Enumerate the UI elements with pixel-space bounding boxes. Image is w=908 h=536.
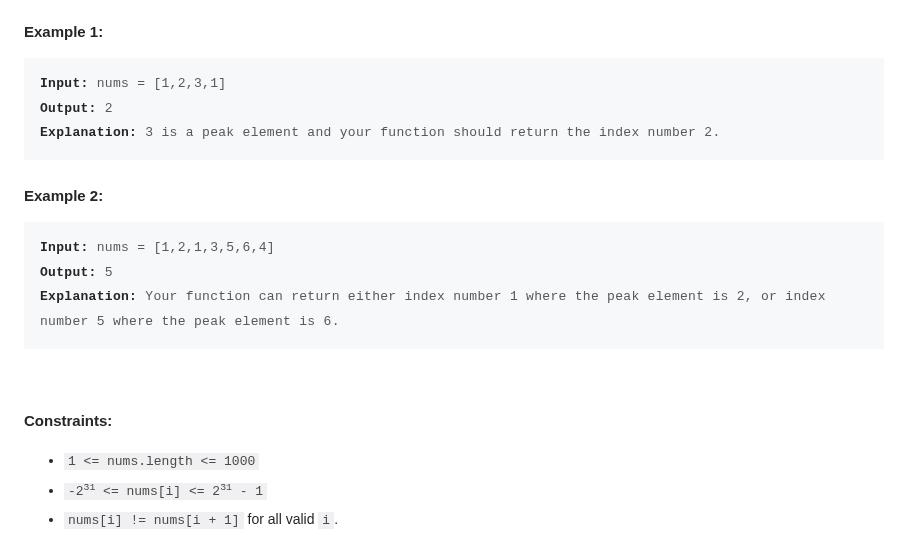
example-2-section: Example 2: Input: nums = [1,2,1,3,5,6,4]… [24, 184, 884, 349]
constraint-item-1: 1 <= nums.length <= 1000 [64, 449, 884, 473]
constraints-list: 1 <= nums.length <= 1000 -231 <= nums[i]… [24, 449, 884, 532]
example-1-code-block: Input: nums = [1,2,3,1] Output: 2 Explan… [24, 58, 884, 160]
example-2-heading: Example 2: [24, 184, 884, 208]
input-value: nums = [1,2,3,1] [89, 76, 227, 91]
explanation-value: Your function can return either index nu… [40, 289, 826, 329]
constraints-heading: Constraints: [24, 409, 884, 433]
example-2-input-line: Input: nums = [1,2,1,3,5,6,4] [40, 236, 868, 261]
input-value: nums = [1,2,1,3,5,6,4] [89, 240, 275, 255]
example-1-heading: Example 1: [24, 20, 884, 44]
example-2-code-block: Input: nums = [1,2,1,3,5,6,4] Output: 5 … [24, 222, 884, 349]
example-1-output-line: Output: 2 [40, 97, 868, 122]
output-value: 5 [97, 265, 113, 280]
constraint-item-2: -231 <= nums[i] <= 231 - 1 [64, 479, 884, 503]
constraint-3-text: for all valid [244, 511, 319, 527]
output-label: Output: [40, 101, 97, 116]
example-1-explanation-line: Explanation: 3 is a peak element and you… [40, 121, 868, 146]
example-2-output-line: Output: 5 [40, 261, 868, 286]
constraint-3-code-2: i [318, 512, 334, 529]
explanation-label: Explanation: [40, 289, 137, 304]
input-label: Input: [40, 240, 89, 255]
constraint-2-code: -231 <= nums[i] <= 231 - 1 [64, 483, 267, 500]
explanation-value: 3 is a peak element and your function sh… [137, 125, 720, 140]
constraint-item-3: nums[i] != nums[i + 1] for all valid i. [64, 508, 884, 532]
explanation-label: Explanation: [40, 125, 137, 140]
constraint-3-code-1: nums[i] != nums[i + 1] [64, 512, 244, 529]
constraints-section: Constraints: 1 <= nums.length <= 1000 -2… [24, 409, 884, 532]
example-1-input-line: Input: nums = [1,2,3,1] [40, 72, 868, 97]
example-2-explanation-line: Explanation: Your function can return ei… [40, 285, 868, 334]
output-label: Output: [40, 265, 97, 280]
input-label: Input: [40, 76, 89, 91]
example-1-section: Example 1: Input: nums = [1,2,3,1] Outpu… [24, 20, 884, 160]
constraint-3-period: . [334, 511, 338, 527]
spacer [24, 373, 884, 409]
constraint-1-code: 1 <= nums.length <= 1000 [64, 453, 259, 470]
output-value: 2 [97, 101, 113, 116]
